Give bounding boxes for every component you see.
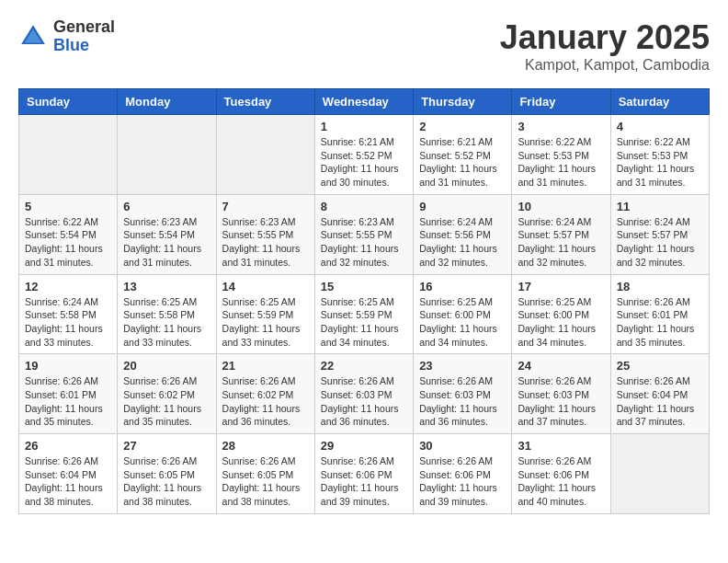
calendar-week-row: 19Sunrise: 6:26 AM Sunset: 6:01 PM Dayli… — [19, 354, 710, 434]
day-number: 17 — [518, 280, 604, 293]
calendar-cell: 22Sunrise: 6:26 AM Sunset: 6:03 PM Dayli… — [314, 354, 413, 434]
calendar-cell: 6Sunrise: 6:23 AM Sunset: 5:54 PM Daylig… — [118, 194, 216, 274]
logo-general-text: General — [53, 18, 115, 37]
day-info: Sunrise: 6:23 AM Sunset: 5:55 PM Dayligh… — [222, 215, 309, 270]
calendar-cell: 31Sunrise: 6:26 AM Sunset: 6:06 PM Dayli… — [512, 434, 610, 514]
calendar-week-row: 26Sunrise: 6:26 AM Sunset: 6:04 PM Dayli… — [19, 434, 710, 514]
day-number: 6 — [123, 200, 210, 213]
calendar-cell: 5Sunrise: 6:22 AM Sunset: 5:54 PM Daylig… — [19, 194, 118, 274]
calendar-week-row: 5Sunrise: 6:22 AM Sunset: 5:54 PM Daylig… — [19, 194, 710, 274]
day-info: Sunrise: 6:24 AM Sunset: 5:57 PM Dayligh… — [518, 215, 604, 270]
logo: General Blue — [18, 18, 115, 55]
day-number: 7 — [222, 200, 309, 213]
day-info: Sunrise: 6:26 AM Sunset: 6:05 PM Dayligh… — [222, 454, 309, 509]
day-number: 4 — [617, 120, 703, 133]
calendar-cell — [216, 115, 314, 195]
calendar-cell: 29Sunrise: 6:26 AM Sunset: 6:06 PM Dayli… — [314, 434, 413, 514]
day-number: 30 — [419, 439, 506, 453]
day-number: 14 — [222, 280, 309, 293]
calendar-cell: 25Sunrise: 6:26 AM Sunset: 6:04 PM Dayli… — [610, 354, 709, 434]
day-number: 8 — [321, 200, 407, 213]
day-number: 18 — [617, 280, 703, 293]
calendar-cell: 19Sunrise: 6:26 AM Sunset: 6:01 PM Dayli… — [19, 354, 118, 434]
calendar-cell: 16Sunrise: 6:25 AM Sunset: 6:00 PM Dayli… — [414, 274, 512, 354]
day-info: Sunrise: 6:25 AM Sunset: 5:59 PM Dayligh… — [321, 295, 407, 350]
day-number: 10 — [518, 200, 604, 213]
calendar-cell: 17Sunrise: 6:25 AM Sunset: 6:00 PM Dayli… — [512, 274, 610, 354]
calendar-title: January 2025 — [500, 18, 710, 57]
day-info: Sunrise: 6:26 AM Sunset: 6:03 PM Dayligh… — [419, 374, 506, 429]
day-number: 3 — [518, 120, 604, 133]
calendar-cell: 13Sunrise: 6:25 AM Sunset: 5:58 PM Dayli… — [118, 274, 216, 354]
day-info: Sunrise: 6:26 AM Sunset: 6:01 PM Dayligh… — [617, 295, 703, 350]
day-info: Sunrise: 6:26 AM Sunset: 6:01 PM Dayligh… — [25, 374, 111, 429]
day-info: Sunrise: 6:26 AM Sunset: 6:04 PM Dayligh… — [617, 374, 703, 429]
day-info: Sunrise: 6:24 AM Sunset: 5:57 PM Dayligh… — [617, 215, 703, 270]
day-number: 20 — [123, 359, 210, 373]
day-info: Sunrise: 6:26 AM Sunset: 6:04 PM Dayligh… — [25, 454, 111, 509]
day-info: Sunrise: 6:25 AM Sunset: 6:00 PM Dayligh… — [419, 295, 506, 350]
calendar-cell: 24Sunrise: 6:26 AM Sunset: 6:03 PM Dayli… — [512, 354, 610, 434]
day-info: Sunrise: 6:22 AM Sunset: 5:54 PM Dayligh… — [25, 215, 111, 270]
day-number: 24 — [518, 359, 604, 373]
calendar-cell — [610, 434, 709, 514]
weekday-header-monday: Monday — [118, 89, 216, 115]
day-info: Sunrise: 6:26 AM Sunset: 6:06 PM Dayligh… — [419, 454, 506, 509]
calendar-cell: 18Sunrise: 6:26 AM Sunset: 6:01 PM Dayli… — [610, 274, 709, 354]
calendar-cell: 12Sunrise: 6:24 AM Sunset: 5:58 PM Dayli… — [19, 274, 118, 354]
day-number: 16 — [419, 280, 506, 293]
day-number: 21 — [222, 359, 309, 373]
calendar-cell: 11Sunrise: 6:24 AM Sunset: 5:57 PM Dayli… — [610, 194, 709, 274]
calendar-cell: 20Sunrise: 6:26 AM Sunset: 6:02 PM Dayli… — [118, 354, 216, 434]
calendar-cell: 9Sunrise: 6:24 AM Sunset: 5:56 PM Daylig… — [414, 194, 512, 274]
day-number: 23 — [419, 359, 506, 373]
day-number: 28 — [222, 439, 309, 453]
weekday-header-thursday: Thursday — [414, 89, 512, 115]
day-info: Sunrise: 6:26 AM Sunset: 6:06 PM Dayligh… — [518, 454, 604, 509]
calendar-cell: 21Sunrise: 6:26 AM Sunset: 6:02 PM Dayli… — [216, 354, 314, 434]
day-number: 5 — [25, 200, 111, 213]
day-number: 11 — [617, 200, 703, 213]
logo-blue-text: Blue — [53, 37, 115, 55]
weekday-header-row: SundayMondayTuesdayWednesdayThursdayFrid… — [19, 89, 710, 115]
day-info: Sunrise: 6:23 AM Sunset: 5:54 PM Dayligh… — [123, 215, 210, 270]
day-number: 26 — [25, 439, 111, 453]
day-info: Sunrise: 6:22 AM Sunset: 5:53 PM Dayligh… — [518, 135, 604, 190]
day-number: 29 — [321, 439, 407, 453]
header: General Blue January 2025 Kampot, Kampot… — [18, 18, 710, 74]
day-info: Sunrise: 6:26 AM Sunset: 6:03 PM Dayligh… — [518, 374, 604, 429]
day-number: 22 — [321, 359, 407, 373]
day-number: 2 — [419, 120, 506, 133]
logo-text: General Blue — [53, 18, 115, 55]
calendar-cell: 27Sunrise: 6:26 AM Sunset: 6:05 PM Dayli… — [118, 434, 216, 514]
weekday-header-sunday: Sunday — [19, 89, 118, 115]
day-info: Sunrise: 6:24 AM Sunset: 5:58 PM Dayligh… — [25, 295, 111, 350]
day-info: Sunrise: 6:26 AM Sunset: 6:02 PM Dayligh… — [222, 374, 309, 429]
day-number: 19 — [25, 359, 111, 373]
day-number: 12 — [25, 280, 111, 293]
day-info: Sunrise: 6:22 AM Sunset: 5:53 PM Dayligh… — [617, 135, 703, 190]
day-info: Sunrise: 6:23 AM Sunset: 5:55 PM Dayligh… — [321, 215, 407, 270]
calendar-cell: 7Sunrise: 6:23 AM Sunset: 5:55 PM Daylig… — [216, 194, 314, 274]
calendar-week-row: 12Sunrise: 6:24 AM Sunset: 5:58 PM Dayli… — [19, 274, 710, 354]
calendar-cell: 4Sunrise: 6:22 AM Sunset: 5:53 PM Daylig… — [610, 115, 709, 195]
logo-icon — [18, 22, 48, 52]
day-info: Sunrise: 6:24 AM Sunset: 5:56 PM Dayligh… — [419, 215, 506, 270]
day-info: Sunrise: 6:25 AM Sunset: 5:58 PM Dayligh… — [123, 295, 210, 350]
calendar-cell — [118, 115, 216, 195]
day-info: Sunrise: 6:21 AM Sunset: 5:52 PM Dayligh… — [321, 135, 407, 190]
calendar-cell: 1Sunrise: 6:21 AM Sunset: 5:52 PM Daylig… — [314, 115, 413, 195]
calendar-cell: 10Sunrise: 6:24 AM Sunset: 5:57 PM Dayli… — [512, 194, 610, 274]
calendar-table: SundayMondayTuesdayWednesdayThursdayFrid… — [18, 88, 710, 514]
calendar-week-row: 1Sunrise: 6:21 AM Sunset: 5:52 PM Daylig… — [19, 115, 710, 195]
calendar-cell — [19, 115, 118, 195]
day-number: 9 — [419, 200, 506, 213]
day-info: Sunrise: 6:26 AM Sunset: 6:02 PM Dayligh… — [123, 374, 210, 429]
calendar-cell: 2Sunrise: 6:21 AM Sunset: 5:52 PM Daylig… — [414, 115, 512, 195]
day-number: 15 — [321, 280, 407, 293]
weekday-header-tuesday: Tuesday — [216, 89, 314, 115]
calendar-subtitle: Kampot, Kampot, Cambodia — [500, 57, 710, 74]
weekday-header-saturday: Saturday — [610, 89, 709, 115]
day-number: 31 — [518, 439, 604, 453]
day-info: Sunrise: 6:21 AM Sunset: 5:52 PM Dayligh… — [419, 135, 506, 190]
